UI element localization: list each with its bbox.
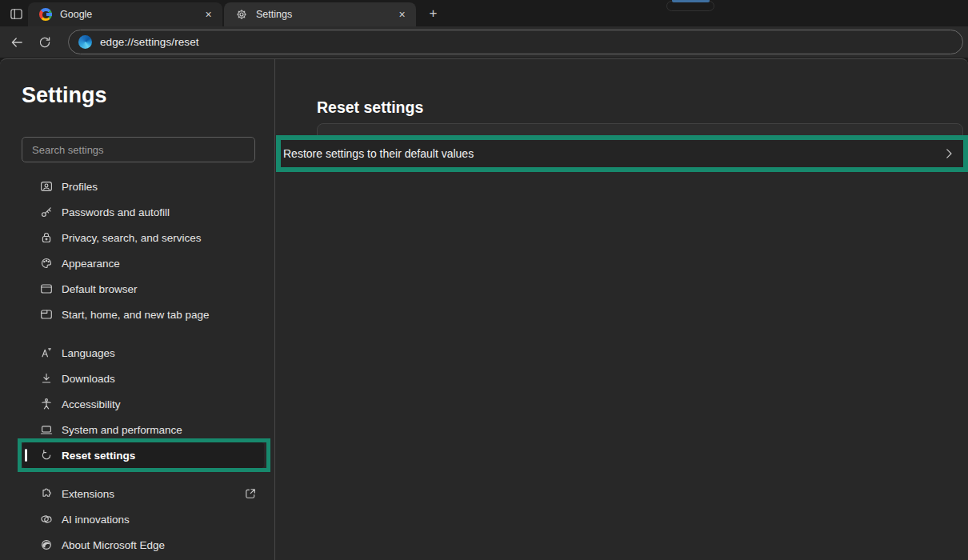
- new-tab-button[interactable]: +: [425, 5, 442, 22]
- external-link-icon: [244, 487, 257, 500]
- search-settings-input[interactable]: [22, 137, 255, 162]
- sidebar-item-label: AI innovations: [62, 514, 130, 526]
- sidebar-item-extensions[interactable]: Extensions: [22, 481, 264, 506]
- sidebar-item-accessibility[interactable]: Accessibility: [22, 391, 264, 417]
- address-bar[interactable]: edge://settings/reset: [68, 30, 963, 54]
- sidebar-item-about-edge[interactable]: About Microsoft Edge: [22, 532, 264, 558]
- reset-icon: [40, 449, 53, 462]
- close-tab-icon[interactable]: ×: [201, 7, 216, 22]
- sidebar-item-label: Default browser: [62, 283, 138, 295]
- back-button[interactable]: [7, 33, 26, 52]
- section-heading: Reset settings: [317, 98, 423, 117]
- sidebar-item-label: System and performance: [62, 424, 182, 436]
- puzzle-icon: [40, 487, 53, 500]
- sidebar-item-label: Profiles: [62, 181, 98, 193]
- profiles-icon: [40, 180, 53, 193]
- sidebar-item-label: Passwords and autofill: [62, 206, 170, 218]
- reload-button[interactable]: [35, 33, 54, 52]
- sidebar-item-default-browser[interactable]: Default browser: [22, 276, 264, 302]
- settings-main-panel: Reset settings Restore settings to their…: [276, 59, 968, 560]
- lock-icon: [40, 231, 53, 244]
- sidebar-item-label: Accessibility: [62, 398, 121, 410]
- settings-page: Settings Profiles Passwords and autofill…: [0, 58, 968, 560]
- sidebar-item-label: Start, home, and new tab page: [62, 309, 210, 321]
- sidebar-item-label: Extensions: [62, 488, 114, 500]
- languages-icon: [40, 346, 53, 359]
- chevron-right-icon: [942, 147, 955, 160]
- settings-sidebar: Settings Profiles Passwords and autofill…: [0, 59, 275, 560]
- sidebar-item-passwords[interactable]: Passwords and autofill: [22, 199, 264, 225]
- edge-logo-gray-icon: [40, 538, 53, 551]
- url-text: edge://settings/reset: [100, 36, 199, 48]
- sidebar-item-label: Reset settings: [62, 450, 135, 462]
- sidebar-item-privacy[interactable]: Privacy, search, and services: [22, 225, 264, 250]
- sidebar-item-system-performance[interactable]: System and performance: [22, 417, 264, 442]
- sidebar-item-label: About Microsoft Edge: [62, 539, 165, 551]
- laptop-icon: [40, 423, 53, 436]
- new-tab-page-icon: [40, 308, 53, 321]
- sidebar-item-appearance[interactable]: Appearance: [22, 250, 264, 276]
- edge-logo-icon: [78, 35, 92, 49]
- key-icon: [40, 206, 53, 218]
- sidebar-item-start-home[interactable]: Start, home, and new tab page: [22, 302, 264, 327]
- browser-toolbar: edge://settings/reset: [0, 26, 968, 58]
- restore-settings-row[interactable]: Restore settings to their default values: [281, 140, 963, 167]
- close-tab-icon[interactable]: ×: [394, 7, 410, 22]
- sidebar-item-label: Privacy, search, and services: [62, 232, 202, 244]
- copilot-icon: [40, 513, 53, 526]
- palette-icon: [40, 257, 53, 270]
- gear-favicon-icon: [235, 8, 248, 21]
- tab-actions-icon: [10, 7, 23, 21]
- sidebar-item-reset-settings[interactable]: Reset settings: [22, 442, 264, 468]
- browser-window-icon: [40, 282, 53, 295]
- highlight-box-restore-row: Restore settings to their default values: [276, 135, 968, 172]
- sidebar-item-label: Appearance: [62, 258, 120, 270]
- sidebar-item-downloads[interactable]: Downloads: [22, 366, 264, 391]
- sidebar-item-label: Languages: [62, 347, 115, 359]
- sidebar-item-languages[interactable]: Languages: [22, 340, 264, 366]
- sidebar-item-profiles[interactable]: Profiles: [22, 174, 264, 199]
- page-title: Settings: [22, 83, 107, 108]
- sidebar-item-ai-innovations[interactable]: AI innovations: [22, 506, 264, 532]
- tab-title: Google: [60, 9, 201, 20]
- accessibility-person-icon: [40, 398, 53, 410]
- tab-google[interactable]: Google ×: [28, 2, 222, 26]
- tab-title: Settings: [256, 9, 394, 20]
- google-favicon-icon: [39, 8, 52, 21]
- restore-row-label: Restore settings to their default values: [283, 147, 474, 160]
- sidebar-item-label: Downloads: [62, 373, 115, 385]
- tab-group-color-line: [672, 0, 710, 2]
- tab-strip: Google × Settings × +: [0, 0, 968, 26]
- tab-settings[interactable]: Settings ×: [224, 2, 416, 26]
- tab-actions-menu-button[interactable]: [8, 6, 24, 22]
- selected-indicator: [25, 449, 27, 462]
- download-icon: [40, 372, 53, 385]
